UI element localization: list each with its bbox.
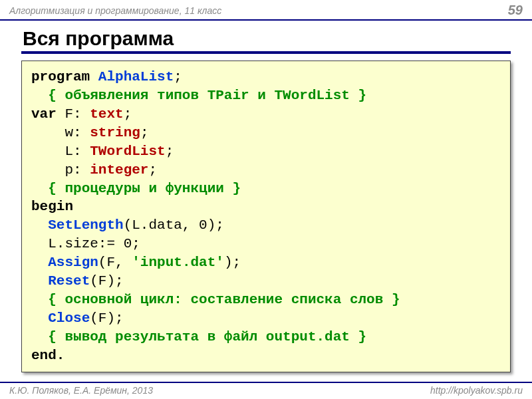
punct: ;	[166, 144, 174, 159]
setlength-args: (L.data, 0);	[124, 217, 224, 233]
punct: ;	[124, 106, 132, 122]
var-L: L:	[65, 144, 81, 159]
var-F: F:	[65, 106, 81, 122]
course-label: Алгоритмизация и программирование, 11 кл…	[9, 5, 221, 16]
var-w: w:	[65, 125, 81, 140]
kw-program: program	[31, 69, 90, 84]
call-reset: Reset	[48, 273, 90, 289]
slide-footer: К.Ю. Поляков, Е.А. Ерёмин, 2013 http://k…	[0, 382, 532, 399]
var-p: p:	[65, 162, 81, 178]
footer-url: http://kpolyakov.spb.ru	[430, 385, 523, 396]
page-number: 59	[508, 3, 523, 18]
type-text: text	[90, 106, 123, 122]
punct: ;	[148, 162, 157, 178]
assign-open: (F,	[98, 255, 132, 270]
comment-output: { вывод результата в файл output.dat }	[48, 329, 366, 344]
line-lsize: L.size:= 0;	[48, 236, 140, 251]
call-close: Close	[48, 311, 90, 326]
kw-begin: begin	[31, 199, 73, 214]
header-rule	[0, 19, 532, 21]
footer-authors: К.Ю. Поляков, Е.А. Ерёмин, 2013	[9, 385, 153, 396]
slide: Алгоритмизация и программирование, 11 кл…	[0, 0, 532, 399]
reset-args: (F);	[90, 273, 123, 289]
punct: ;	[174, 69, 182, 84]
assign-close: );	[224, 255, 241, 270]
type-string: string	[90, 125, 140, 140]
string-input: 'input.dat'	[132, 255, 224, 270]
kw-end: end.	[31, 348, 65, 363]
call-assign: Assign	[48, 255, 98, 270]
call-setlength: SetLength	[48, 217, 123, 233]
close-args: (F);	[90, 311, 123, 326]
program-name: AlphaList	[98, 69, 174, 84]
slide-title: Вся программа	[0, 25, 532, 51]
title-rule	[21, 51, 511, 54]
comment-procs: { процедуры и функции }	[48, 181, 241, 196]
comment-types: { объявления типов TPair и TWordList }	[48, 88, 366, 103]
punct: ;	[140, 125, 149, 140]
type-wordlist: TWordList	[90, 144, 165, 159]
comment-main: { основной цикл: составление списка слов…	[48, 292, 400, 307]
type-integer: integer	[90, 162, 148, 178]
slide-header: Алгоритмизация и программирование, 11 кл…	[0, 0, 532, 19]
kw-var: var	[31, 106, 57, 122]
code-block: program AlphaList; { объявления типов TP…	[21, 61, 511, 372]
